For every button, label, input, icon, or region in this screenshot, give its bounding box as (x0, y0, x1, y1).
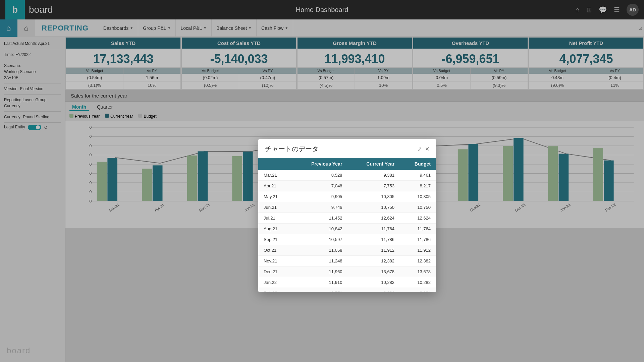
kpi-header-0: Sales YTD (66, 38, 180, 49)
svg-text:Dec.21: Dec.21 (514, 202, 526, 213)
modal-cell-3-2: 10,750 (347, 202, 400, 213)
modal-body: Previous YearCurrent YearBudgetMar.218,5… (258, 158, 436, 292)
svg-text:Apr.21: Apr.21 (154, 203, 165, 212)
avatar[interactable]: AD (627, 4, 639, 16)
svg-rect-43 (468, 144, 478, 201)
svg-text:16,000.00: 16,000.00 (89, 125, 92, 129)
modal-row-7: Oct.2111,05811,91211,912 (258, 245, 436, 256)
modal-cell-8-1: 11,248 (291, 256, 347, 266)
kpi-vs-row-0: Vs Budget Vs PY (66, 67, 180, 74)
grid-icon[interactable]: ⊞ (586, 6, 592, 14)
modal-cell-2-2: 10,805 (347, 191, 400, 202)
svg-text:Jun.21: Jun.21 (244, 202, 255, 212)
modal-cell-7-2: 11,912 (347, 245, 400, 256)
brand: board (29, 4, 53, 15)
modal-cell-6-3: 11,786 (400, 234, 436, 245)
nav-group-pl-arrow: ▼ (167, 26, 171, 30)
nav-balance-sheet-arrow: ▼ (248, 26, 252, 30)
kpi-pct-budget-0: (3.1)% (66, 82, 123, 89)
modal-cell-2-3: 10,805 (400, 191, 436, 202)
tab-row: Month Quarter (65, 102, 644, 113)
svg-rect-28 (243, 152, 253, 201)
modal-cell-10-2: 10,282 (347, 277, 400, 288)
tab-quarter[interactable]: Quarter (94, 104, 115, 111)
version-label: Version: (4, 86, 18, 91)
logo-b: b (12, 5, 18, 15)
modal-expand-icon[interactable]: ⤢ (417, 146, 422, 152)
modal-close-icon[interactable]: ✕ (425, 146, 429, 152)
svg-rect-25 (198, 151, 208, 201)
tab-month[interactable]: Month (69, 104, 89, 111)
kpi-vs-py-3: Vs PY (471, 68, 528, 74)
menu-icon[interactable]: ☰ (614, 6, 620, 14)
svg-rect-46 (514, 138, 524, 201)
nav-group-pl[interactable]: Group P&L ▼ (138, 19, 176, 37)
kpi-vs-py-4: Vs PY (586, 68, 643, 74)
modal-cell-11-1: 11,571 (291, 288, 347, 292)
modal-dialog: チャートのデータ ⤢ ✕ Previous YearCurrent YearBu… (258, 139, 436, 292)
refresh-icon[interactable]: ↺ (44, 125, 48, 130)
page-title: Home Dashboard (296, 6, 348, 14)
sales-banner: Sales for the current year (65, 90, 644, 102)
svg-rect-42 (458, 149, 468, 201)
kpi-vs-row-3: Vs Budget Vs PY (413, 67, 528, 74)
kpi-header-4: Net Profit YTD (529, 38, 643, 49)
nav-balance-sheet[interactable]: Balance Sheet ▼ (212, 19, 257, 37)
modal-cell-6-1: 10,597 (291, 234, 347, 245)
modal-cell-3-1: 9,746 (291, 202, 347, 213)
kpi-value-1: -5,140,033 (182, 49, 296, 67)
modal-cell-8-2: 12,382 (347, 256, 400, 266)
kpi-delta-row-1: (0.02m) (0.47m) (182, 74, 296, 81)
scenario-sub: 2A+10F (4, 75, 18, 80)
modal-cell-1-2: 7,753 (347, 181, 400, 191)
modal-cell-10-1: 11,910 (291, 277, 347, 288)
legal-entity-item: Legal Entity ↺ (4, 125, 61, 130)
svg-rect-18 (97, 162, 107, 201)
kpi-delta-py-2: 1.09m (355, 74, 412, 81)
kpi-vs-row-2: Vs Budget Vs PY (298, 67, 412, 74)
modal-col-3: Budget (400, 158, 436, 170)
home-secondary-icon[interactable]: ⌂ (17, 19, 35, 37)
modal-cell-6-2: 11,786 (347, 234, 400, 245)
kpi-card-2: Gross Margin YTD 11,993,410 Vs Budget Vs… (298, 38, 412, 89)
nav-cash-flow-arrow: ▼ (285, 26, 288, 30)
modal-cell-0-0: Mar.21 (258, 170, 291, 181)
legal-entity-toggle[interactable] (28, 125, 41, 130)
nav-dashboards[interactable]: Dashboards ▼ (99, 19, 138, 37)
kpi-delta-budget-1: (0.02m) (182, 74, 239, 81)
modal-row-0: Mar.218,5289,3819,461 (258, 170, 436, 181)
modal-cell-2-1: 9,905 (291, 191, 347, 202)
kpi-pct-budget-2: (4.5)% (298, 82, 355, 89)
modal-cell-11-0: Feb.22 (258, 288, 291, 292)
modal-cell-11-2: 8,824 (347, 288, 400, 292)
home-icon[interactable]: ⌂ (576, 6, 580, 14)
nav-local-pl[interactable]: Local P&L ▼ (176, 19, 212, 37)
scenario-item: Scenario: Working Scenario 2A+10F (4, 62, 61, 80)
svg-text:Feb.22: Feb.22 (604, 202, 616, 212)
reporting-layer-label: Reporting Layer: (4, 98, 34, 102)
modal-cell-3-0: Jun.21 (258, 202, 291, 213)
modal-cell-0-3: 9,461 (400, 170, 436, 181)
time-item: Time: FY/2022 (4, 51, 61, 57)
legend-item-2: Budget (138, 114, 156, 119)
home-nav-icon[interactable]: ⌂ (0, 19, 17, 37)
svg-text:Mar.21: Mar.21 (108, 202, 120, 212)
modal-cell-4-0: Jul.21 (258, 213, 291, 224)
legend-dot-0 (69, 114, 73, 118)
kpi-value-0: 17,133,443 (66, 49, 180, 67)
kpi-pct-py-1: (10)% (239, 82, 296, 89)
legend-label-0: Previous Year (75, 114, 100, 119)
currency-label: Currency: (4, 115, 21, 119)
svg-rect-27 (232, 156, 242, 201)
modal-cell-0-2: 9,381 (347, 170, 400, 181)
modal-col-0 (258, 158, 291, 170)
svg-text:10,000.00: 10,000.00 (89, 153, 92, 157)
modal-cell-1-0: Apr.21 (258, 181, 291, 191)
modal-cell-5-1: 10,842 (291, 224, 347, 234)
chat-icon[interactable]: 💬 (599, 6, 607, 14)
kpi-card-4: Net Profit YTD 4,077,345 Vs Budget Vs PY… (529, 38, 643, 89)
modal-cell-10-0: Jan.22 (258, 277, 291, 288)
nav-cash-flow[interactable]: Cash Flow ▼ (257, 19, 293, 37)
logo-box: b (5, 0, 25, 19)
svg-rect-52 (604, 161, 614, 201)
